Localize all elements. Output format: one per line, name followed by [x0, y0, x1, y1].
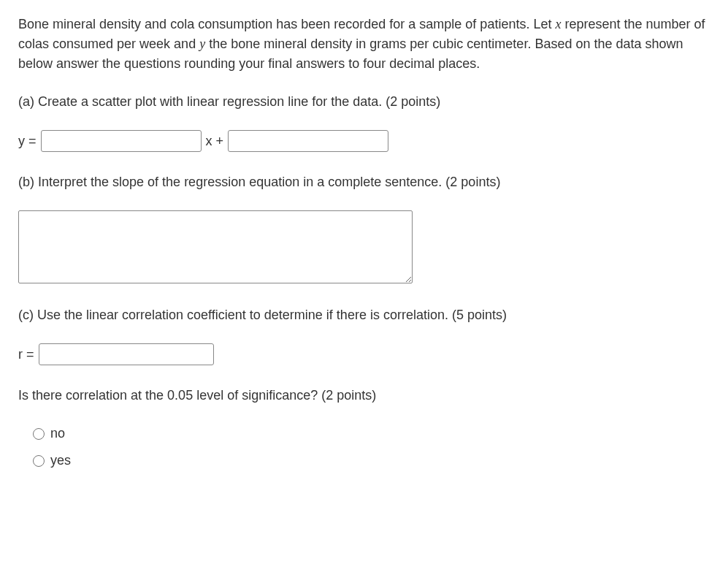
radio-option-no[interactable]: no — [33, 424, 710, 443]
radio-no-label: no — [50, 424, 65, 443]
intro-text-1: Bone mineral density and cola consumptio… — [18, 17, 555, 31]
radio-no[interactable] — [33, 428, 45, 440]
x-plus-label: x + — [206, 132, 224, 151]
intercept-input[interactable] — [228, 130, 388, 152]
slope-input[interactable] — [41, 130, 202, 152]
radio-yes-label: yes — [50, 451, 71, 470]
r-value-input[interactable] — [39, 343, 214, 365]
part-b-prompt: (b) Interpret the slope of the regressio… — [18, 172, 710, 192]
correlation-question-prompt: Is there correlation at the 0.05 level o… — [18, 386, 710, 405]
part-a-prompt: (a) Create a scatter plot with linear re… — [18, 92, 710, 112]
radio-option-yes[interactable]: yes — [33, 451, 710, 470]
correlation-radio-group: no yes — [18, 424, 710, 470]
var-y: y — [199, 37, 205, 51]
radio-yes[interactable] — [33, 455, 45, 467]
r-equation-row: r = — [18, 343, 710, 365]
r-equals-label: r = — [18, 345, 34, 365]
y-equals-label: y = — [18, 132, 37, 151]
regression-equation-row: y = x + — [18, 130, 710, 152]
part-c-prompt: (c) Use the linear correlation coefficie… — [18, 305, 710, 325]
intro-paragraph: Bone mineral density and cola consumptio… — [18, 15, 710, 74]
slope-interpretation-textarea[interactable] — [18, 210, 413, 283]
